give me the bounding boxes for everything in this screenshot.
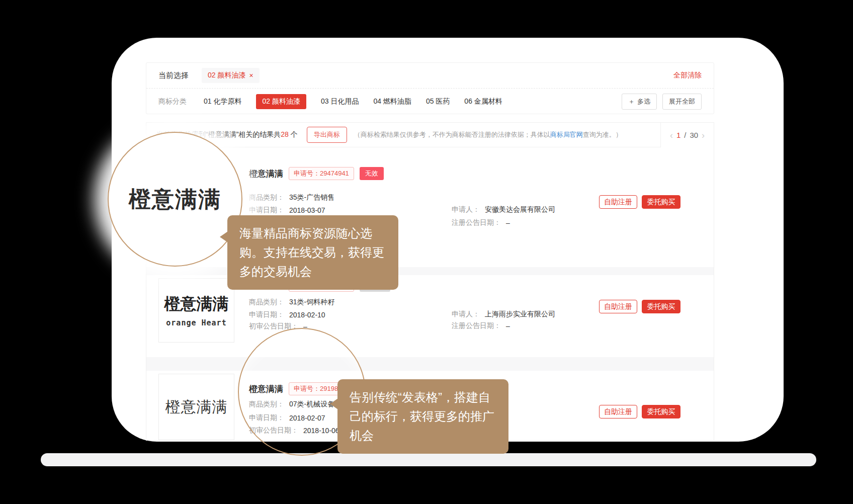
selected-category-tag[interactable]: 02 颜料油漆 ×	[202, 68, 260, 83]
trademark-image: 橙意满满 orange Heart	[158, 278, 234, 343]
trademark-office-link[interactable]: 商标局官网	[550, 131, 583, 138]
field-value: –	[506, 219, 510, 227]
pagination: ‹ 1 / 30 ›	[660, 123, 714, 147]
trademark-image-text: 橙意满满	[165, 397, 228, 417]
category-item-01[interactable]: 01 化学原料	[204, 97, 241, 106]
callout-tooltip: 海量精品商标资源随心选购。支持在线交易，获得更多的交易机会	[227, 215, 398, 290]
page-separator: /	[684, 131, 686, 139]
selected-category-tag-text: 02 颜料油漆	[208, 71, 245, 80]
results-unit: 个	[289, 130, 298, 138]
field-value: –	[506, 322, 510, 330]
trademark-image-text: 橙意满满	[164, 293, 229, 315]
field-label: 注册公告日期：	[452, 321, 501, 330]
prev-page-icon[interactable]: ‹	[670, 131, 673, 140]
field-value: 35类-广告销售	[289, 193, 334, 202]
multi-select-button[interactable]: ＋ 多选	[622, 94, 657, 110]
results-disclaimer: （商标检索结果仅供参考，不作为商标能否注册的法律依据；具体以商标局官网查询为准。…	[354, 130, 622, 139]
next-page-icon[interactable]: ›	[702, 131, 705, 140]
trademark-image-subtext: orange Heart	[166, 318, 226, 327]
category-item-06[interactable]: 06 金属材料	[464, 97, 502, 106]
magnified-trademark-text: 橙意满满	[129, 185, 221, 214]
magnifier-circle: 橙意满满	[108, 132, 242, 267]
export-trademark-button[interactable]: 导出商标	[307, 127, 347, 143]
expand-all-button[interactable]: 展开全部	[662, 94, 702, 110]
field-label: 注册公告日期：	[452, 218, 501, 227]
current-selection-row: 当前选择 02 颜料油漆 × 全部清除	[146, 63, 714, 89]
self-register-button[interactable]: 自助注册	[599, 195, 637, 209]
laptop-base-bar	[41, 453, 816, 466]
field-label: 申请日期：	[249, 206, 284, 215]
current-page: 1	[676, 131, 680, 139]
callout-tooltip: 告别传统“发表格”，搭建自己的标行，获得更多的推广机会	[337, 379, 508, 454]
entrust-buy-button[interactable]: 委托购买	[642, 405, 680, 418]
field-label: 商品类别：	[249, 298, 284, 307]
current-selection-label: 当前选择	[158, 71, 189, 80]
total-pages: 30	[690, 131, 698, 139]
clear-all-button[interactable]: 全部清除	[673, 71, 702, 80]
category-list: 01 化学原料 02 颜料油漆 03 日化用品 04 燃料油脂 05 医药 06…	[204, 94, 502, 109]
field-value: 2018-02-10	[289, 311, 325, 319]
application-number-tag: 申请号：29474941	[289, 167, 354, 180]
status-badge: 无效	[360, 167, 384, 180]
filter-panel: 当前选择 02 颜料油漆 × 全部清除 商标分类 01 化学原料 02 颜料油漆…	[146, 62, 714, 114]
plus-icon: ＋	[628, 97, 635, 106]
category-item-05[interactable]: 05 医药	[426, 97, 450, 106]
disclaimer-post: 查询为准。）	[583, 131, 622, 138]
field-value: 上海雨步实业有限公司	[485, 310, 555, 319]
multi-select-label: 多选	[637, 97, 650, 106]
category-row: 商标分类 01 化学原料 02 颜料油漆 03 日化用品 04 燃料油脂 05 …	[146, 89, 714, 114]
results-header: 当前为您检索到“橙意满满”相关的结果共28 个 导出商标 （商标检索结果仅供参考…	[146, 123, 714, 147]
entrust-buy-button[interactable]: 委托购买	[642, 300, 680, 313]
browser-mockup-screen: 当前选择 02 颜料油漆 × 全部清除 商标分类 01 化学原料 02 颜料油漆…	[112, 38, 784, 442]
expand-all-label: 展开全部	[669, 97, 695, 106]
field-value: 安徽美达会展有限公司	[485, 205, 555, 214]
field-value: 2018-03-07	[289, 206, 325, 214]
self-register-button[interactable]: 自助注册	[599, 300, 637, 313]
category-item-03[interactable]: 03 日化用品	[321, 97, 359, 106]
field-value: 31类-饲料种籽	[289, 298, 334, 307]
field-label: 申请日期：	[249, 310, 284, 319]
results-count: 28	[281, 130, 289, 138]
field-label: 商品类别：	[249, 193, 284, 202]
close-icon[interactable]: ×	[249, 72, 253, 79]
page-background: 当前选择 02 颜料油漆 × 全部清除 商标分类 01 化学原料 02 颜料油漆…	[0, 0, 853, 504]
trademark-name: 橙意满满	[249, 168, 283, 180]
category-row-label: 商标分类	[158, 97, 187, 106]
trademark-image: 橙意满满	[158, 374, 234, 440]
category-item-04[interactable]: 04 燃料油脂	[373, 97, 411, 106]
disclaimer-pre: （商标检索结果仅供参考，不作为商标能否注册的法律依据；具体以	[354, 131, 550, 138]
self-register-button[interactable]: 自助注册	[599, 405, 637, 418]
entrust-buy-button[interactable]: 委托购买	[642, 195, 680, 209]
category-item-02-active[interactable]: 02 颜料油漆	[256, 94, 306, 109]
field-label: 申请人：	[452, 310, 480, 319]
filter-buttons: ＋ 多选 展开全部	[622, 94, 702, 110]
field-label: 申请人：	[452, 205, 480, 214]
